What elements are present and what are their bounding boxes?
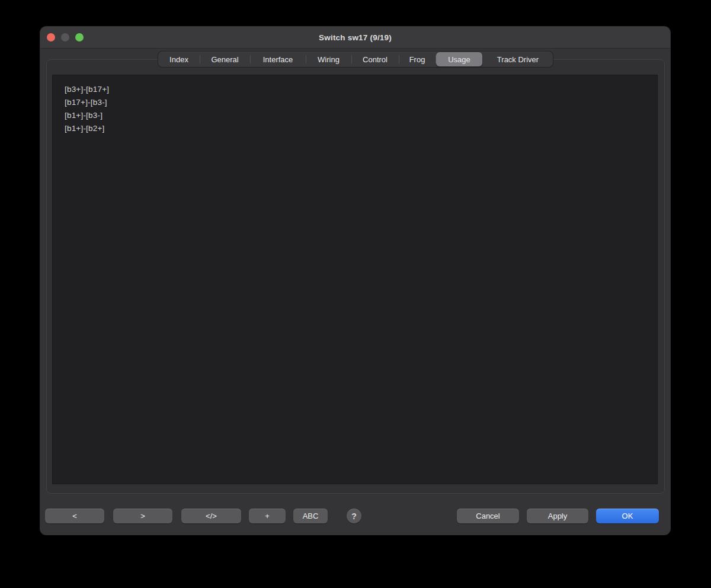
list-item[interactable]: [b1+]-[b2+]	[65, 122, 657, 135]
tab-frog[interactable]: Frog	[399, 52, 435, 67]
close-button[interactable]	[47, 33, 55, 41]
traffic-lights	[47, 33, 84, 41]
list-item[interactable]: [b3+]-[b17+]	[65, 83, 657, 96]
list-item[interactable]: [b1+]-[b3-]	[65, 109, 657, 122]
ok-button[interactable]: OK	[596, 509, 659, 523]
tab-general[interactable]: General	[200, 52, 250, 67]
minimize-button[interactable]	[61, 33, 69, 41]
list-item[interactable]: [b17+]-[b3-]	[65, 96, 657, 109]
titlebar[interactable]: Switch sw17 (9/19)	[40, 27, 670, 49]
tab-wiring[interactable]: Wiring	[306, 52, 351, 67]
tab-control[interactable]: Control	[351, 52, 399, 67]
prev-button[interactable]: <	[45, 509, 104, 523]
cancel-button[interactable]: Cancel	[457, 509, 519, 523]
abc-button[interactable]: ABC	[293, 509, 328, 523]
usage-list-rows: [b3+]-[b17+] [b17+]-[b3-] [b1+]-[b3-] [b…	[53, 75, 657, 135]
next-button[interactable]: >	[113, 509, 172, 523]
desktop-background: Switch sw17 (9/19) Index General Interfa…	[0, 0, 711, 588]
apply-button[interactable]: Apply	[527, 509, 588, 523]
tab-bar: Index General Interface Wiring Control F…	[158, 52, 553, 67]
zoom-button[interactable]	[75, 33, 84, 41]
usage-list[interactable]: [b3+]-[b17+] [b17+]-[b3-] [b1+]-[b3-] [b…	[52, 75, 658, 484]
tab-usage[interactable]: Usage	[435, 52, 483, 67]
help-button[interactable]: ?	[347, 509, 361, 523]
add-button[interactable]: +	[249, 509, 286, 523]
window-title: Switch sw17 (9/19)	[319, 33, 392, 42]
switch-dialog-window: Switch sw17 (9/19) Index General Interfa…	[40, 27, 670, 535]
tab-index[interactable]: Index	[158, 52, 200, 67]
tab-track-driver[interactable]: Track Driver	[483, 52, 553, 67]
code-toggle-button[interactable]: </>	[181, 509, 241, 523]
tab-interface[interactable]: Interface	[250, 52, 306, 67]
